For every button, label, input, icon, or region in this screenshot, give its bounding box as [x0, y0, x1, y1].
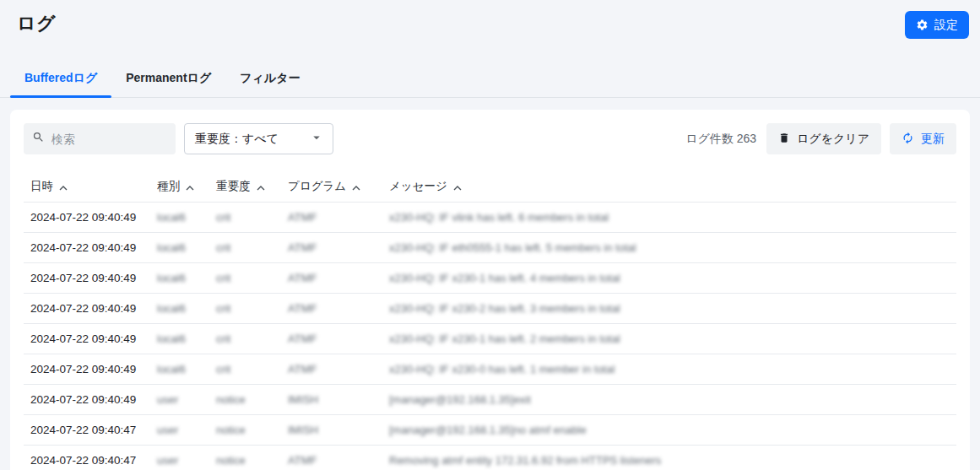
log-count: ログ件数 263	[685, 132, 756, 147]
cell-severity: crit	[209, 293, 281, 323]
cell-program: ATMF	[281, 323, 382, 354]
cell-datetime: 2024-07-22 09:40:49	[24, 384, 150, 414]
cell-type: user	[150, 445, 209, 470]
column-header-type[interactable]: 種別	[150, 172, 209, 202]
cell-program: ATMF	[281, 262, 382, 293]
cell-program: ATMF	[281, 232, 382, 262]
settings-button[interactable]: 設定	[905, 11, 969, 39]
sort-asc-icon	[257, 181, 265, 193]
table-row: 2024-07-22 09:40:49local6critATMFx230-HQ…	[24, 323, 956, 354]
table-row: 2024-07-22 09:40:49usernoticeIMISH[manag…	[24, 384, 956, 414]
cell-program: ATMF	[281, 445, 382, 470]
tab-buffered-log[interactable]: Bufferedログ	[10, 64, 111, 97]
refresh-button[interactable]: 更新	[890, 123, 956, 154]
cell-type: local6	[150, 354, 209, 384]
cell-message: x230-HQ: IF x230-1 has left. 4 members i…	[382, 262, 956, 293]
sort-asc-icon	[59, 181, 68, 193]
cell-message: x230-HQ: IF x230-0 has left. 1 member in…	[382, 354, 956, 384]
cell-severity: notice	[209, 384, 281, 414]
table-row: 2024-07-22 09:40:49local6critATMFx230-HQ…	[24, 354, 956, 384]
page-title: ログ	[17, 11, 56, 36]
cell-severity: crit	[209, 232, 281, 262]
log-panel: 重要度：すべて ログ件数 263 ログをクリア 更新	[10, 110, 970, 470]
table-row: 2024-07-22 09:40:47usernoticeIMISH[manag…	[24, 414, 956, 445]
sort-asc-icon	[453, 181, 462, 193]
cell-program: ATMF	[281, 293, 382, 323]
cell-message: [manager@192.168.1.35]exit	[382, 384, 956, 414]
cell-datetime: 2024-07-22 09:40:47	[24, 414, 150, 445]
search-icon	[32, 131, 45, 147]
column-header-severity[interactable]: 重要度	[209, 172, 281, 202]
cell-type: user	[150, 384, 209, 414]
clear-logs-button-label: ログをクリア	[797, 132, 869, 147]
cell-datetime: 2024-07-22 09:40:49	[24, 354, 150, 384]
column-header-program[interactable]: プログラム	[281, 172, 382, 202]
table-row: 2024-07-22 09:40:49local6critATMFx230-HQ…	[24, 232, 956, 262]
trash-icon	[778, 132, 790, 147]
cell-type: local6	[150, 323, 209, 354]
refresh-button-label: 更新	[921, 132, 945, 147]
cell-datetime: 2024-07-22 09:40:49	[24, 262, 150, 293]
cell-message: x230-HQ: IF x230-1 has left. 2 members i…	[382, 323, 956, 354]
settings-button-label: 設定	[934, 18, 958, 33]
cell-severity: crit	[209, 323, 281, 354]
cell-program: IMISH	[281, 384, 382, 414]
table-row: 2024-07-22 09:40:47usernoticeATMFRemovin…	[24, 445, 956, 470]
tab-permanent-log[interactable]: Permanentログ	[111, 64, 225, 97]
cell-severity: crit	[209, 262, 281, 293]
log-table-body: 2024-07-22 09:40:49local6critATMFx230-HQ…	[24, 202, 956, 470]
cell-type: local6	[150, 232, 209, 262]
cell-severity: notice	[209, 445, 281, 470]
cell-type: local6	[150, 202, 209, 232]
cell-type: user	[150, 414, 209, 445]
refresh-icon	[901, 132, 914, 147]
search-box	[24, 123, 176, 154]
cell-message: x230-HQ: IF x230-2 has left. 3 members i…	[382, 293, 956, 323]
cell-severity: notice	[209, 414, 281, 445]
cell-message: Removing atmf entity 172.31.6.92 from HT…	[382, 445, 956, 470]
tab-bar: Bufferedログ Permanentログ フィルター	[0, 64, 980, 98]
cell-message: [manager@192.168.1.35]no atmf enable	[382, 414, 956, 445]
cell-datetime: 2024-07-22 09:40:49	[24, 232, 150, 262]
severity-filter-dropdown[interactable]: 重要度：すべて	[184, 123, 333, 154]
sort-asc-icon	[352, 181, 360, 193]
table-row: 2024-07-22 09:40:49local6critATMFx230-HQ…	[24, 293, 956, 323]
cell-datetime: 2024-07-22 09:40:47	[24, 445, 150, 470]
tab-filter[interactable]: フィルター	[225, 64, 314, 97]
table-row: 2024-07-22 09:40:49local6critATMFx230-HQ…	[24, 262, 956, 293]
sort-asc-icon	[186, 181, 194, 193]
cell-type: local6	[150, 262, 209, 293]
cell-message: x230-HQ: IF eth0555-1 has left. 5 member…	[382, 232, 956, 262]
cell-severity: crit	[209, 202, 281, 232]
cell-datetime: 2024-07-22 09:40:49	[24, 323, 150, 354]
clear-logs-button[interactable]: ログをクリア	[766, 123, 881, 154]
search-input[interactable]	[51, 132, 167, 146]
table-row: 2024-07-22 09:40:49local6critATMFx230-HQ…	[24, 202, 956, 232]
table-header-row: 日時 種別 重要度 プログラム メッセージ	[24, 172, 956, 202]
column-header-datetime[interactable]: 日時	[24, 172, 150, 202]
log-table: 日時 種別 重要度 プログラム メッセージ 2024-07-22 09:40:4…	[24, 172, 956, 470]
toolbar: 重要度：すべて ログ件数 263 ログをクリア 更新	[24, 123, 956, 154]
cell-program: IMISH	[281, 414, 382, 445]
cell-datetime: 2024-07-22 09:40:49	[24, 202, 150, 232]
cell-program: ATMF	[281, 354, 382, 384]
severity-filter-value: 重要度：すべて	[195, 132, 279, 147]
cell-message: x230-HQ: IF vlink has left. 6 members in…	[382, 202, 956, 232]
cell-datetime: 2024-07-22 09:40:49	[24, 293, 150, 323]
column-header-message[interactable]: メッセージ	[382, 172, 956, 202]
log-count-label: ログ件数	[685, 132, 737, 145]
cell-severity: crit	[209, 354, 281, 384]
app-header: ログ 設定	[0, 0, 980, 39]
log-count-value: 263	[737, 132, 756, 145]
gear-icon	[916, 19, 929, 31]
chevron-down-icon	[309, 130, 324, 148]
cell-program: ATMF	[281, 202, 382, 232]
cell-type: local6	[150, 293, 209, 323]
